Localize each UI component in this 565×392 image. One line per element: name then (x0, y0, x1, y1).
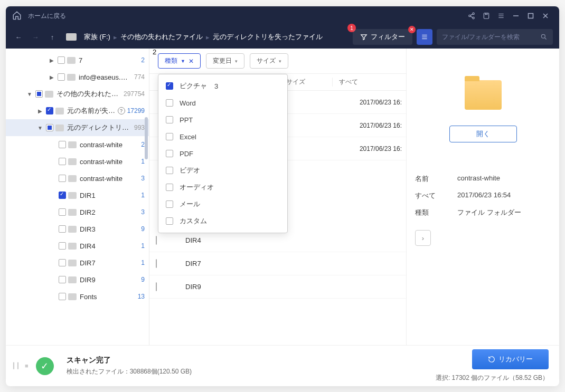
checkbox[interactable] (166, 150, 173, 157)
tree-item[interactable]: DIR11 (6, 187, 149, 204)
tree-item[interactable]: ▶info@easeus.…774 (6, 69, 149, 85)
expand-arrow-icon[interactable]: ▼ (26, 91, 33, 97)
checkbox[interactable] (59, 259, 66, 266)
recover-button[interactable]: リカバリー (472, 349, 549, 369)
tree-item[interactable]: ▼元のディレクトリを失っ…993 (6, 119, 149, 136)
checkbox[interactable] (166, 217, 173, 225)
back-button[interactable]: ← (12, 31, 25, 43)
scrollbar-thumb[interactable] (145, 117, 148, 159)
table-row[interactable]: DIR7 (149, 252, 406, 275)
table-row[interactable]: DIR9 (149, 275, 406, 299)
folder-tree[interactable]: ▶72▶info@easeus.…774▼その他の失われたフ…297754▶元の… (6, 49, 149, 345)
column-date[interactable]: すべて (332, 78, 406, 87)
option-label: メール (180, 199, 200, 209)
meta-row: 名前contrast-white (415, 174, 551, 184)
home-icon[interactable] (12, 11, 23, 21)
maximize-button[interactable] (523, 8, 538, 23)
minimize-button[interactable] (508, 8, 523, 23)
dropdown-option[interactable]: ビデオ (158, 162, 287, 179)
pause-controls[interactable]: ▎▎■ (13, 362, 29, 369)
svg-point-5 (541, 34, 545, 38)
meta-value: ファイル フォルダー (457, 208, 521, 217)
feedback-icon[interactable] (479, 8, 494, 23)
checkbox[interactable] (166, 82, 173, 90)
tree-item[interactable]: DIR41 (6, 237, 149, 254)
dropdown-option[interactable]: Excel (158, 128, 287, 145)
tree-item[interactable]: Fonts13 (6, 288, 149, 305)
expand-arrow-icon[interactable]: ▶ (48, 74, 55, 80)
item-count: 2 (134, 56, 145, 64)
up-button[interactable]: ↑ (46, 31, 59, 43)
share-icon[interactable] (464, 8, 479, 23)
chevron-right-icon: ▸ (114, 33, 117, 41)
checkbox[interactable] (35, 90, 43, 98)
checkbox[interactable] (58, 56, 65, 64)
breadcrumb-item[interactable]: 元のディレクトリを失ったファイル (213, 32, 323, 42)
preview-panel: 開く 名前contrast-whiteすべて2017/06/23 16:54種類… (406, 49, 559, 345)
tree-item[interactable]: DIR71 (6, 254, 149, 271)
checkbox[interactable] (59, 225, 66, 233)
help-icon[interactable]: ? (118, 107, 125, 114)
close-button[interactable] (538, 8, 553, 23)
menu-icon[interactable] (494, 8, 508, 23)
checkbox[interactable] (46, 124, 53, 131)
tree-item[interactable]: contrast-white1 (6, 153, 149, 170)
breadcrumb-item[interactable]: 家族 (F:) (84, 32, 110, 42)
checkbox[interactable] (156, 259, 157, 268)
checkbox[interactable] (46, 107, 53, 114)
checkbox[interactable] (166, 184, 173, 191)
type-filter-dropdown[interactable]: ピクチャ3WordPPTExcelPDFビデオオーディオメールカスタム (158, 74, 288, 233)
date-filter-select[interactable]: 変更日▾ (206, 53, 244, 69)
checkbox[interactable] (156, 236, 157, 245)
checkbox[interactable] (166, 200, 173, 208)
checkbox[interactable] (166, 116, 173, 123)
checkbox[interactable] (166, 133, 173, 140)
close-icon[interactable]: ✕ (408, 26, 416, 33)
home-link[interactable]: ホームに戻る (28, 12, 66, 21)
dropdown-option[interactable]: Word (158, 94, 287, 111)
tree-item[interactable]: DIR99 (6, 271, 149, 288)
checkbox[interactable] (59, 293, 66, 300)
tree-item[interactable]: DIR23 (6, 204, 149, 221)
search-box[interactable] (437, 29, 553, 45)
checkbox[interactable] (59, 158, 66, 165)
close-icon[interactable]: ✕ (189, 58, 194, 65)
search-input[interactable] (442, 33, 540, 41)
expand-arrow-icon[interactable]: ▶ (48, 58, 55, 63)
option-label: PDF (180, 150, 193, 158)
type-filter-select[interactable]: 種類▼ ✕ (158, 53, 201, 69)
checkbox[interactable] (59, 175, 66, 182)
checkbox[interactable] (59, 208, 66, 216)
breadcrumb-item[interactable]: その他の失われたファイル (120, 32, 203, 42)
checkbox[interactable] (58, 73, 65, 81)
checkbox[interactable] (59, 192, 66, 199)
dropdown-option[interactable]: PPT (158, 111, 287, 128)
checkbox[interactable] (166, 99, 173, 107)
view-mode-button[interactable] (417, 29, 432, 45)
dropdown-option[interactable]: ピクチャ3 (158, 78, 287, 94)
dropdown-option[interactable]: メール (158, 196, 287, 213)
expand-arrow-icon[interactable]: ▶ (36, 108, 44, 114)
filter-button[interactable]: フィルター ✕ (353, 29, 412, 45)
dropdown-option[interactable]: オーディオ (158, 179, 287, 196)
meta-row: 種類ファイル フォルダー (415, 208, 551, 217)
tree-item[interactable]: ▼その他の失われたフ…297754 (6, 85, 149, 102)
checkbox[interactable] (166, 167, 173, 174)
tree-item[interactable]: contrast-white2 (6, 136, 149, 153)
checkbox[interactable] (59, 276, 66, 283)
tree-item[interactable]: DIR39 (6, 221, 149, 237)
checkbox[interactable] (156, 282, 157, 291)
tree-item[interactable]: ▶元の名前が失…?17299 (6, 102, 149, 119)
tree-item[interactable]: contrast-white3 (6, 170, 149, 187)
open-button[interactable]: 開く (449, 126, 517, 142)
expand-arrow-icon[interactable]: ▼ (36, 125, 44, 131)
size-filter-select[interactable]: サイズ▾ (250, 53, 288, 69)
tree-item[interactable]: ▶72 (6, 52, 149, 69)
forward-button[interactable]: → (29, 31, 42, 43)
chevron-right-icon: ▸ (206, 33, 210, 41)
next-button[interactable]: › (415, 230, 431, 246)
dropdown-option[interactable]: PDF (158, 145, 287, 162)
checkbox[interactable] (59, 242, 66, 250)
checkbox[interactable] (59, 141, 66, 148)
dropdown-option[interactable]: カスタム (158, 213, 287, 230)
